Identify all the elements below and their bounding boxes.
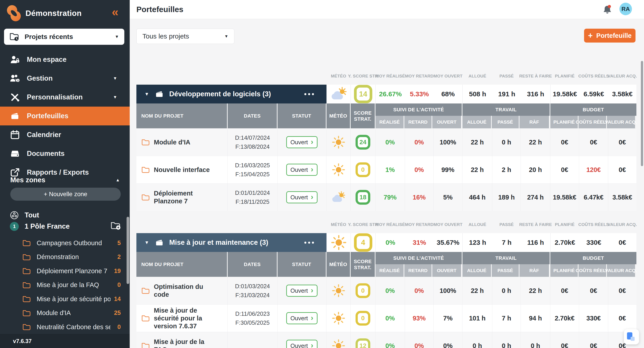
table-row[interactable]: Déploiement Planzone 7D:01/01/2024F:18/1…: [136, 184, 636, 211]
group-header[interactable]: ▼Mise à jour et maintenance (3): [136, 233, 326, 252]
group-menu-icon[interactable]: [304, 242, 314, 244]
column-subheaders: ALLOUÉPASSÉRÀF: [462, 264, 550, 277]
group-header-row: ▼Développement de logiciels (3)1426.67%5…: [136, 85, 636, 103]
group-menu-icon[interactable]: [304, 93, 314, 95]
portfolio-tables: MÉTÉOY. SCORE STRMOY RÉALISÉMOY RETARDMO…: [136, 19, 636, 348]
group-header[interactable]: ▼Développement de logiciels (3): [136, 85, 326, 103]
main-scrollbar[interactable]: [641, 61, 643, 166]
zone-folder-label: Démonstration: [37, 253, 79, 261]
avatar[interactable]: RA: [620, 3, 632, 15]
all-zones-icon: [10, 211, 19, 220]
table-row[interactable]: Mise à jour de sécurité pour la version …: [136, 304, 636, 332]
sidebar-item-mon-espace[interactable]: Mon espace: [0, 50, 130, 69]
date-end: F:30/05/2025: [235, 318, 270, 327]
column-header-group-label: SUIVI DE L'ACTIVITÉ: [376, 103, 462, 116]
column-header-group: SUIVI DE L'ACTIVITÉRÉALISÉRETARDOUVERT: [376, 252, 462, 277]
status-open-button[interactable]: Ouvert›: [286, 312, 318, 324]
folder-clock-icon: [10, 32, 19, 41]
sidebar-scrollbar[interactable]: [126, 217, 129, 284]
column-subheader: VALEUR ACQ.: [607, 116, 635, 128]
project-name: Optimisation du code: [154, 283, 212, 298]
status-open-button[interactable]: Ouvert›: [286, 340, 318, 348]
column-subheader: RETARD: [404, 264, 432, 277]
add-folder-icon[interactable]: [110, 221, 121, 231]
project-weather-cell: [326, 184, 350, 211]
project-dates-cell: D:16/03/2025F:15/04/2025: [228, 156, 278, 184]
extension-widget[interactable]: [624, 329, 639, 344]
column-subheader: RÉALISÉ: [376, 116, 404, 128]
mini-label: COÛTS RÉELS: [579, 74, 608, 79]
sun-icon: [332, 163, 345, 177]
project-score-cell: 24: [350, 128, 376, 156]
metric-cell: 94 h: [521, 304, 550, 332]
zone-folder-item[interactable]: Déploiement Planzone 719: [0, 264, 130, 278]
project-name-cell: Déploiement Planzone 7: [136, 184, 228, 211]
collapse-group-icon[interactable]: ▼: [144, 91, 149, 97]
column-header: STATUT: [278, 252, 326, 277]
project-score-cell: 18: [350, 184, 376, 211]
column-header-group: TRAVAILALLOUÉPASSÉRÀF: [462, 103, 550, 128]
collapse-sidebar-icon[interactable]: «: [112, 6, 118, 18]
column-header-group-label: SUIVI DE L'ACTIVITÉ: [376, 252, 462, 264]
sidebar-item-calendrier[interactable]: Calendrier: [0, 125, 130, 144]
column-header: STATUT: [278, 103, 326, 128]
status-label: Ouvert: [290, 315, 308, 322]
sidebar-item-personnalisation[interactable]: Personnalisation▼: [0, 88, 130, 107]
sidebar-item-documents[interactable]: Documents: [0, 144, 130, 163]
zone-folder-label: Campagnes Outbound: [37, 239, 102, 247]
status-open-button[interactable]: Ouvert›: [286, 285, 318, 297]
folder-icon: [141, 342, 150, 348]
zones-title: Mes zones: [10, 176, 46, 184]
main-content: Tous les projets ▼ + Portefeuille MÉTÉOY…: [130, 19, 644, 348]
table-row[interactable]: Module d'IAD:14/07/2024F:13/08/2024Ouver…: [136, 128, 636, 156]
recent-projects-label: Projets récents: [24, 33, 73, 41]
zone-pole-item[interactable]: 1 1 Pôle France: [0, 220, 130, 233]
chevron-up-icon[interactable]: ▲: [116, 178, 120, 183]
zone-folder-item[interactable]: Mise à jour de sécurité pour...14: [0, 292, 130, 306]
strategic-score-badge: 18: [356, 190, 370, 205]
group-summary-cell: 14: [350, 85, 376, 103]
score-header-line: STRAT.: [354, 264, 372, 271]
column-subheader: RÉALISÉ: [376, 264, 404, 277]
zone-folder-item[interactable]: Module d'IA25: [0, 306, 130, 320]
zone-folder-count: 0: [118, 281, 121, 288]
zone-folder-item[interactable]: Démonstration2: [0, 250, 130, 264]
status-open-button[interactable]: Ouvert›: [286, 164, 318, 176]
mini-label: VALEUR ACQ.: [608, 222, 636, 227]
topbar: Portefeuilles RA: [130, 0, 644, 19]
metric-cell: 0%: [405, 156, 434, 184]
zone-folder-item[interactable]: Campagnes Outbound5: [0, 236, 130, 250]
notifications-bell-icon[interactable]: [603, 5, 612, 16]
sidebar-item-portefeuilles[interactable]: Portefeuilles: [0, 107, 130, 125]
zone-folder-count: 5: [118, 240, 121, 247]
drive-icon: [9, 149, 21, 158]
column-subheaders: PLANIFIÉCOÛTS RÉELSVALEUR ACQ.: [550, 116, 636, 128]
status-label: Ouvert: [290, 342, 308, 348]
column-subheader: OUVERT: [432, 116, 461, 128]
table-row[interactable]: Mise à jour de la FAQOuvert›120%0%0%0 h0…: [136, 332, 636, 348]
table-row[interactable]: Optimisation du codeD:01/03/2024F:31/03/…: [136, 277, 636, 304]
group-summary-value: 31%: [405, 239, 434, 246]
status-open-button[interactable]: Ouvert›: [286, 191, 318, 203]
sidebar-item-gestion[interactable]: Gestion▼: [0, 69, 130, 88]
project-weather-cell: [326, 332, 350, 348]
metric-cell: 79%: [376, 184, 405, 211]
group-title: Mise à jour et maintenance (3): [169, 239, 268, 247]
strategic-score-badge: 0: [356, 283, 370, 298]
recent-projects-dropdown[interactable]: Projets récents ▼: [4, 29, 124, 45]
mini-label: RESTE À FAIRE: [521, 222, 550, 227]
zone-folder-item[interactable]: Mise à jour de la FAQ0: [0, 278, 130, 292]
new-zone-button[interactable]: + Nouvelle zone: [10, 188, 121, 201]
group-weather-icon: [330, 86, 348, 102]
zone-folder-item[interactable]: Neutralité Carbone des serv...0: [0, 320, 130, 334]
table-row[interactable]: Nouvelle interfaceD:16/03/2025F:15/04/20…: [136, 156, 636, 184]
app-version: v7.6.37: [0, 334, 130, 348]
column-subheader: ALLOUÉ: [462, 264, 492, 277]
group-summary-value: 35.67%: [434, 239, 462, 246]
metric-cell: 22 h: [462, 277, 492, 304]
project-score-cell: 0: [350, 277, 376, 304]
collapse-group-icon[interactable]: ▼: [144, 240, 149, 245]
project-score-cell: 0: [350, 156, 376, 184]
metric-cell: 189 h: [492, 184, 521, 211]
status-open-button[interactable]: Ouvert›: [286, 136, 318, 148]
